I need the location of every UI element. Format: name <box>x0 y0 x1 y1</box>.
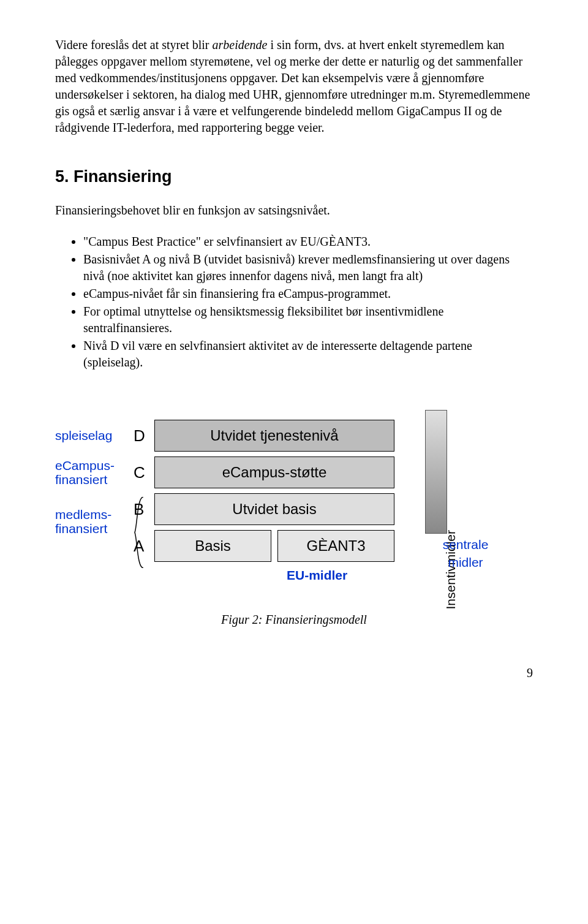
list-item: Nivå D vil være en selvfinansiert aktivi… <box>83 338 533 371</box>
list-item: eCampus-nivået får sin finansiering fra … <box>83 286 533 302</box>
page-number: 9 <box>55 665 533 681</box>
financing-diagram: Insentivmidler sentrale midler spleisela… <box>55 420 533 627</box>
level-c: C <box>134 462 154 483</box>
para1-italic: arbeidende <box>212 38 267 51</box>
para1-text1: Videre foreslås det at styret blir <box>55 38 212 51</box>
bar-basis: Basis <box>154 530 271 562</box>
para1-text2: i sin form, dvs. at hvert enkelt styreme… <box>55 38 530 134</box>
fin-label-ecampus: eCampus-finansiert <box>55 458 134 487</box>
incentive-bar <box>425 410 447 534</box>
bar-utvidet-tjenestenivaa: Utvidet tjenestenivå <box>154 420 394 452</box>
heading-financing: 5. Finansiering <box>55 165 533 187</box>
row-c: eCampus-finansiert C eCampus-støtte <box>55 456 533 488</box>
fin-label-spleiselag: spleiselag <box>55 427 134 444</box>
fin-label-medlems: medlems-finansiert <box>55 507 134 536</box>
bar-ecampus-stoette: eCampus-støtte <box>154 456 394 488</box>
bar-geant3: GÈANT3 <box>277 530 394 562</box>
bracket-icon <box>132 497 145 568</box>
sentrale-label: sentrale midler <box>438 536 493 571</box>
intro-paragraph: Videre foreslås det at styret blir arbei… <box>55 37 533 136</box>
eu-midler-label: EU-midler <box>287 567 533 584</box>
figure-caption: Figur 2: Finansieringsmodell <box>55 612 533 628</box>
level-d: D <box>134 425 154 447</box>
bar-a-container: Basis GÈANT3 <box>154 530 394 562</box>
list-item: Basisnivået A og nivå B (utvidet basisni… <box>83 251 533 284</box>
financing-list: "Campus Best Practice" er selvfinansiert… <box>55 233 533 371</box>
row-b: medlems-finansiert B Utvidet basis <box>55 493 533 525</box>
list-item: For optimal utnyttelse og hensiktsmessig… <box>83 303 533 336</box>
financing-intro: Finansieringsbehovet blir en funksjon av… <box>55 202 533 219</box>
row-d: spleiselag D Utvidet tjenestenivå <box>55 420 533 452</box>
list-item: "Campus Best Practice" er selvfinansiert… <box>83 233 533 250</box>
bar-utvidet-basis: Utvidet basis <box>154 493 394 525</box>
